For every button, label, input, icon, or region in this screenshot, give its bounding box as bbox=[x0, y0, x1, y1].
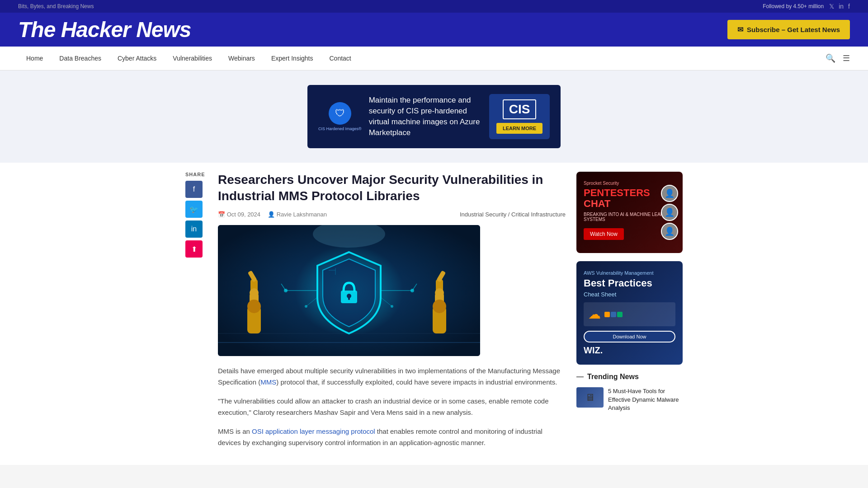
ad-content: Maintain the performance and security of… bbox=[369, 95, 482, 138]
ad-logo-area: 🛡 CIS Hardened Images® bbox=[318, 102, 362, 131]
share-label: SHARE bbox=[185, 172, 207, 177]
learn-more-button[interactable]: LEARN MORE bbox=[496, 123, 542, 134]
nav-icons: 🔍 ☰ bbox=[826, 53, 850, 63]
person-icon-1: 👤 bbox=[661, 185, 678, 202]
linkedin-icon[interactable]: in bbox=[839, 3, 844, 10]
svg-point-14 bbox=[435, 288, 444, 297]
wiz-ad-content: AWS Vulnerability Management Best Practi… bbox=[576, 261, 683, 365]
nav-contact[interactable]: Contact bbox=[321, 47, 359, 70]
nav-data-breaches[interactable]: Data Breaches bbox=[51, 47, 109, 70]
trending-item-1[interactable]: 🖥 5 Must-Have Tools for Effective Dynami… bbox=[576, 387, 683, 412]
main-nav: Home Data Breaches Cyber Attacks Vulnera… bbox=[0, 47, 868, 70]
ad-cis-box: CIS LEARN MORE bbox=[489, 94, 550, 139]
person-icon-3: 👤 bbox=[661, 223, 678, 240]
article-date: Oct 09, 2024 bbox=[218, 211, 260, 218]
article-paragraph-1: Details have emerged about multiple secu… bbox=[218, 365, 566, 388]
top-bar: Bits, Bytes, and Breaking News Followed … bbox=[0, 0, 868, 13]
article-container: Researchers Uncover Major Security Vulne… bbox=[218, 172, 566, 456]
right-sidebar: Sprocket Security PENTESTERS CHAT BREAKI… bbox=[576, 172, 683, 456]
svg-point-7 bbox=[247, 300, 261, 313]
article-author: Ravie Lakshmanan bbox=[268, 211, 327, 218]
svg-point-8 bbox=[250, 288, 259, 297]
menu-button[interactable]: ☰ bbox=[843, 53, 850, 63]
pentesters-ad-content: Sprocket Security PENTESTERS CHAT BREAKI… bbox=[576, 172, 683, 253]
trending-section: Trending News 🖥 5 Must-Have Tools for Ef… bbox=[576, 373, 683, 412]
subscribe-label: Subscribe – Get Latest News bbox=[747, 26, 840, 33]
svg-rect-19 bbox=[348, 296, 350, 300]
trending-title: Trending News bbox=[576, 373, 683, 381]
pentesters-ad: Sprocket Security PENTESTERS CHAT BREAKI… bbox=[576, 172, 683, 253]
cheatsheet-visual bbox=[604, 312, 623, 317]
followers-text: Followed by 4.50+ million bbox=[763, 3, 824, 9]
ad-logo-text: CIS Hardened Images® bbox=[318, 127, 362, 131]
nav-links: Home Data Breaches Cyber Attacks Vulnera… bbox=[18, 47, 359, 70]
wiz-brand: WIZ. bbox=[584, 345, 675, 356]
svg-point-13 bbox=[433, 300, 446, 313]
tagline: Bits, Bytes, and Breaking News bbox=[18, 3, 94, 9]
twitter-share-button[interactable]: 🐦 bbox=[185, 201, 203, 218]
aws-label: AWS Vulnerability Management bbox=[584, 270, 675, 276]
facebook-icon[interactable]: f bbox=[848, 3, 850, 10]
envelope-icon: ✉ bbox=[737, 25, 743, 34]
ad-body-text: Maintain the performance and security of… bbox=[369, 95, 482, 138]
person-icon-2: 👤 bbox=[661, 204, 678, 221]
twitter-icon[interactable]: 𝕏 bbox=[829, 3, 834, 10]
share-sidebar: SHARE f 🐦 in ⬆ bbox=[185, 172, 207, 456]
header: The Hacker News ✉ Subscribe – Get Latest… bbox=[0, 13, 868, 47]
nav-expert-insights[interactable]: Expert Insights bbox=[263, 47, 321, 70]
other-share-button[interactable]: ⬆ bbox=[185, 240, 203, 258]
svg-point-22 bbox=[284, 289, 288, 292]
cis-logo: CIS bbox=[503, 99, 537, 119]
subscribe-button[interactable]: ✉ Subscribe – Get Latest News bbox=[727, 20, 850, 39]
wiz-ad: AWS Vulnerability Management Best Practi… bbox=[576, 261, 683, 365]
article-hero-image bbox=[218, 225, 480, 356]
nav-vulnerabilities[interactable]: Vulnerabilities bbox=[165, 47, 220, 70]
aws-icon: ☁ bbox=[588, 307, 601, 322]
article-meta-left: Oct 09, 2024 Ravie Lakshmanan bbox=[218, 211, 327, 218]
nav-cyber-attacks[interactable]: Cyber Attacks bbox=[109, 47, 165, 70]
svg-point-25 bbox=[410, 289, 414, 292]
search-button[interactable]: 🔍 bbox=[826, 53, 835, 63]
article-meta: Oct 09, 2024 Ravie Lakshmanan Industrial… bbox=[218, 211, 566, 218]
social-icons: 𝕏 in f bbox=[829, 3, 850, 10]
top-bar-right: Followed by 4.50+ million 𝕏 in f bbox=[763, 3, 850, 10]
article-category: Industrial Security / Critical Infrastru… bbox=[460, 211, 566, 218]
facebook-share-button[interactable]: f bbox=[185, 181, 203, 198]
wiz-subtitle: Cheat Sheet bbox=[584, 291, 675, 298]
ad-banner: 🛡 CIS Hardened Images® Maintain the perf… bbox=[307, 85, 561, 148]
trending-item-title-1: 5 Must-Have Tools for Effective Dynamic … bbox=[608, 387, 683, 412]
article-paragraph-2: "The vulnerabilities could allow an atta… bbox=[218, 395, 566, 418]
cheatsheet-box: ☁ bbox=[584, 302, 675, 326]
osi-link[interactable]: OSI application layer messaging protocol bbox=[252, 427, 375, 435]
article-body: Details have emerged about multiple secu… bbox=[218, 365, 566, 449]
article-paragraph-3: MMS is an OSI application layer messagin… bbox=[218, 426, 566, 449]
content-wrapper: SHARE f 🐦 in ⬆ Researchers Uncover Major… bbox=[167, 163, 701, 465]
face-icons: 👤 👤 👤 bbox=[661, 185, 678, 240]
download-button[interactable]: Download Now bbox=[584, 331, 675, 343]
nav-home[interactable]: Home bbox=[18, 47, 51, 70]
cis-shield-icon: 🛡 bbox=[329, 102, 351, 125]
trending-thumb-1: 🖥 bbox=[576, 387, 604, 408]
watch-now-button[interactable]: Watch Now bbox=[584, 228, 624, 240]
article-title: Researchers Uncover Major Security Vulne… bbox=[218, 172, 566, 205]
linkedin-share-button[interactable]: in bbox=[185, 221, 203, 238]
site-title[interactable]: The Hacker News bbox=[18, 17, 191, 42]
hero-svg bbox=[218, 225, 480, 356]
nav-webinars[interactable]: Webinars bbox=[220, 47, 263, 70]
mms-link[interactable]: MMS bbox=[260, 378, 276, 386]
wiz-heading: Best Practices bbox=[584, 277, 675, 289]
